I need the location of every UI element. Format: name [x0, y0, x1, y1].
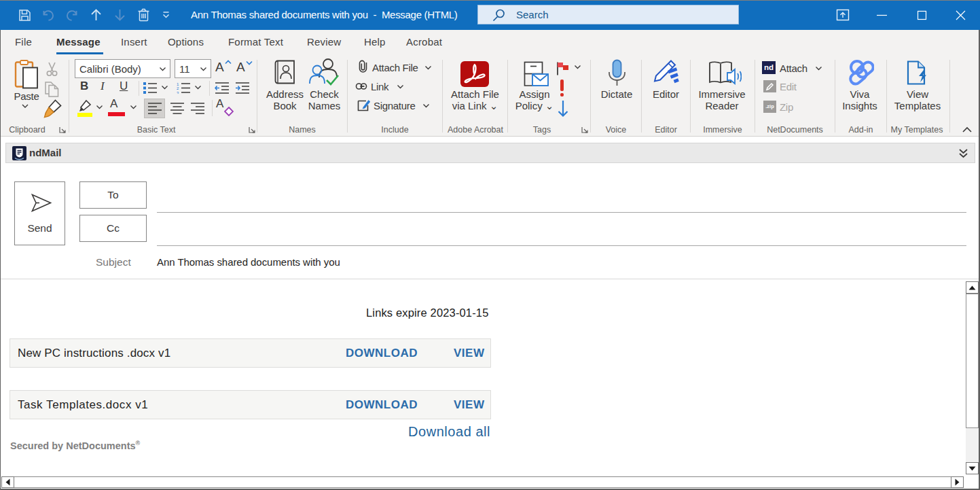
- svg-text:2: 2: [177, 86, 179, 90]
- svg-text:3: 3: [177, 91, 179, 94]
- svg-text:1: 1: [177, 82, 179, 86]
